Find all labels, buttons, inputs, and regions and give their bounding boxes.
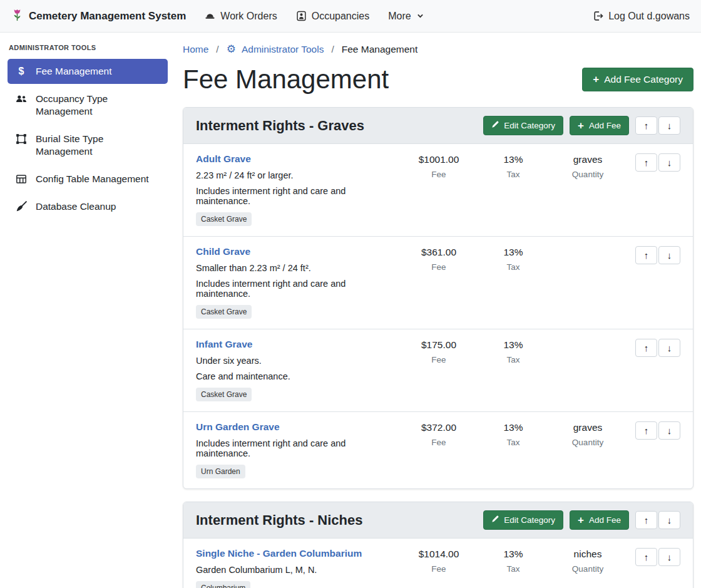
quantity-column: graves Quantity — [550, 153, 625, 226]
tax-column: 13% Tax — [485, 339, 541, 401]
add-fee-label: Add Fee — [589, 515, 621, 525]
fee-description: Garden Columbarium L, M, N. — [196, 565, 395, 575]
nav-more[interactable]: More — [388, 11, 424, 22]
fee-description: Includes interment right and care and ma… — [196, 438, 395, 458]
fee-type-badge: Casket Grave — [196, 305, 252, 319]
add-fee-button[interactable]: + Add Fee — [570, 510, 629, 530]
breadcrumb-separator: / — [331, 44, 334, 55]
pencil-icon — [491, 121, 499, 130]
category-title: Interment Rights - Niches — [196, 512, 362, 529]
admin-sidebar: ADMINISTRATOR TOOLS $ Fee Management Occ… — [0, 33, 175, 588]
edit-category-button[interactable]: Edit Category — [483, 116, 563, 135]
sidebar-item-config-table-management[interactable]: Config Table Management — [8, 167, 168, 192]
fee-amount-label: Fee — [401, 564, 476, 574]
breadcrumb-current: Fee Management — [342, 44, 418, 55]
move-category-up-button[interactable]: ↑ — [635, 511, 657, 529]
fee-amount-label: Fee — [401, 355, 476, 364]
fee-name-link[interactable]: Child Grave — [196, 246, 250, 257]
quantity-label: Quantity — [550, 170, 625, 179]
fee-row-adult-grave: Adult Grave 2.23 m² / 24 ft² or larger. … — [183, 144, 693, 237]
fee-description: 2.23 m² / 24 ft² or larger. — [196, 170, 395, 180]
breadcrumb-admin-tools-label: Administrator Tools — [242, 44, 324, 55]
move-fee-up-button[interactable]: ↑ — [635, 153, 657, 172]
move-fee-up-button[interactable]: ↑ — [635, 246, 657, 264]
add-fee-category-button[interactable]: + Add Fee Category — [582, 68, 693, 91]
quantity-value: graves — [550, 154, 625, 165]
fee-category-card-niches: Interment Rights - Niches Edit Category … — [183, 502, 693, 588]
quantity-column: niches Quantity — [550, 548, 625, 588]
fee-row-single-niche: Single Niche - Garden Columbarium Garden… — [183, 539, 693, 588]
people-icon — [15, 93, 28, 105]
sidebar-item-fee-management[interactable]: $ Fee Management — [8, 59, 168, 84]
category-header: Interment Rights - Graves Edit Category … — [183, 108, 693, 144]
fee-amount-label: Fee — [401, 170, 476, 179]
nav-work-orders[interactable]: Work Orders — [205, 11, 277, 22]
fee-description: Includes interment right and care and ma… — [196, 279, 395, 299]
edit-category-label: Edit Category — [504, 515, 555, 525]
move-fee-up-button[interactable]: ↑ — [635, 421, 657, 440]
move-fee-down-button[interactable]: ↓ — [658, 548, 680, 566]
category-header: Interment Rights - Niches Edit Category … — [183, 502, 693, 539]
move-category-up-button[interactable]: ↑ — [635, 116, 657, 135]
sidebar-item-database-cleanup[interactable]: Database Cleanup — [8, 194, 168, 219]
category-title: Interment Rights - Graves — [196, 118, 364, 134]
fee-amount: $1014.00 — [401, 549, 476, 560]
breadcrumb-separator: / — [216, 44, 218, 55]
move-fee-down-button[interactable]: ↓ — [658, 246, 680, 264]
move-fee-up-button[interactable]: ↑ — [635, 548, 657, 566]
move-fee-down-button[interactable]: ↓ — [658, 421, 680, 440]
sidebar-heading: ADMINISTRATOR TOOLS — [9, 44, 166, 51]
fee-description: Care and maintenance. — [196, 371, 395, 381]
tulip-logo-icon — [11, 9, 23, 23]
tax-value: 13% — [485, 339, 541, 351]
move-category-down-button[interactable]: ↓ — [658, 511, 680, 529]
add-fee-label: Add Fee — [589, 121, 621, 130]
tax-value: 13% — [485, 247, 541, 258]
fee-category-card-graves: Interment Rights - Graves Edit Category … — [183, 107, 693, 489]
fee-name-link[interactable]: Adult Grave — [196, 153, 251, 165]
main-content: Home / ⚙ Administrator Tools / Fee Manag… — [175, 33, 701, 588]
add-fee-button[interactable]: + Add Fee — [570, 116, 629, 135]
breadcrumb-admin-tools-link[interactable]: ⚙ Administrator Tools — [227, 43, 324, 56]
nav-more-label: More — [388, 11, 411, 22]
fee-amount: $361.00 — [401, 247, 476, 258]
breadcrumb: Home / ⚙ Administrator Tools / Fee Manag… — [183, 43, 693, 56]
tax-label: Tax — [485, 564, 541, 574]
fee-description: Includes interment right and care and ma… — [196, 186, 395, 206]
fee-name-link[interactable]: Infant Grave — [196, 339, 252, 350]
move-fee-down-button[interactable]: ↓ — [658, 339, 680, 357]
tax-label: Tax — [485, 262, 541, 272]
fee-name-link[interactable]: Urn Garden Grave — [196, 421, 280, 433]
tax-label: Tax — [485, 438, 541, 447]
sidebar-item-occupancy-type-management[interactable]: Occupancy Type Management — [8, 86, 168, 124]
broom-icon — [15, 201, 28, 212]
sidebar-item-label: Burial Site Type Management — [36, 133, 160, 158]
move-category-down-button[interactable]: ↓ — [658, 116, 680, 135]
edit-category-button[interactable]: Edit Category — [483, 510, 563, 530]
breadcrumb-home-link[interactable]: Home — [183, 44, 208, 55]
quantity-value: graves — [550, 422, 625, 433]
fee-amount: $175.00 — [401, 339, 476, 351]
fee-name-link[interactable]: Single Niche - Garden Columbarium — [196, 548, 362, 559]
move-fee-up-button[interactable]: ↑ — [635, 339, 657, 357]
app-brand[interactable]: Cemetery Management System — [11, 9, 186, 23]
sidebar-item-burial-site-type-management[interactable]: Burial Site Type Management — [8, 126, 168, 164]
fee-description: Smaller than 2.23 m² / 24 ft². — [196, 263, 395, 273]
table-icon — [15, 173, 28, 185]
tax-column: 13% Tax — [485, 246, 541, 319]
fee-amount: $1001.00 — [401, 154, 476, 165]
fee-amount: $372.00 — [401, 422, 476, 433]
person-badge-icon — [296, 11, 307, 21]
fee-amount-column: $1014.00 Fee — [401, 548, 476, 588]
gear-icon: ⚙ — [227, 43, 236, 56]
fee-row-infant-grave: Infant Grave Under six years. Care and m… — [183, 329, 693, 412]
sidebar-item-label: Config Table Management — [36, 173, 149, 185]
logout-button[interactable]: Log Out d.gowans — [593, 11, 690, 22]
plus-icon: + — [578, 122, 584, 130]
nav-occupancies[interactable]: Occupancies — [296, 11, 370, 22]
dollar-icon: $ — [15, 66, 28, 77]
quantity-label: Quantity — [550, 564, 625, 574]
fee-amount-column: $372.00 Fee — [401, 421, 476, 478]
move-fee-down-button[interactable]: ↓ — [658, 153, 680, 172]
fee-amount-column: $361.00 Fee — [401, 246, 476, 319]
